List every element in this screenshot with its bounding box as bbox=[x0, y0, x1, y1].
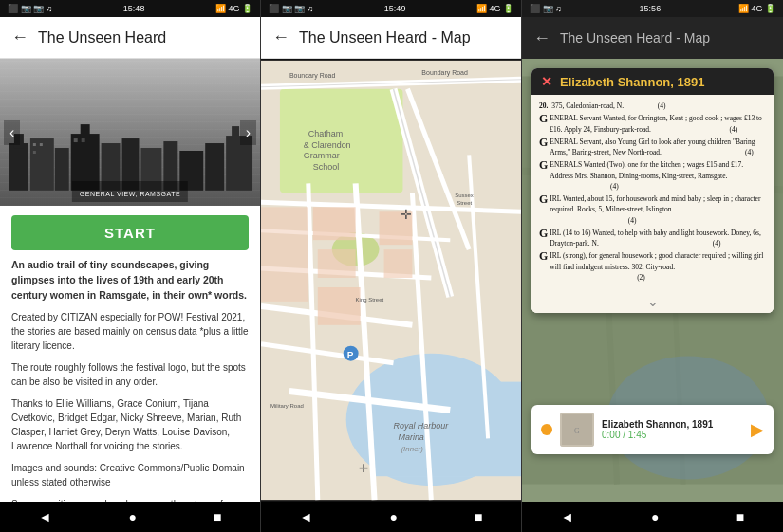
screen3-phone: ⬛ 📷 ♫ 15:56 📶 4G 🔋 ← The Unseen Heard - … bbox=[522, 0, 783, 532]
svg-text:Boundary Road: Boundary Road bbox=[421, 69, 468, 77]
nav-bar-1: ◄ ● ■ bbox=[0, 502, 260, 532]
player-thumbnail: G bbox=[560, 413, 594, 447]
status-time-3: 15:56 bbox=[640, 4, 662, 13]
expand-card-button[interactable]: ⌄ bbox=[531, 290, 774, 313]
svg-text:P: P bbox=[347, 349, 354, 359]
np-line-0: 20. 375, Caledonian-road, N. (4) bbox=[539, 101, 766, 111]
nav-square-3[interactable]: ■ bbox=[736, 509, 744, 524]
nav-back-1[interactable]: ◄ bbox=[39, 509, 52, 524]
start-button[interactable]: START bbox=[11, 215, 249, 250]
svg-text:✛: ✛ bbox=[401, 207, 412, 222]
nav-home-3[interactable]: ● bbox=[651, 509, 659, 524]
svg-rect-45 bbox=[313, 207, 356, 240]
status-bar-1: ⬛ 📷 📷 ♫ 15:48 📶 4G 🔋 bbox=[0, 0, 260, 17]
info-card: ✕ Elizabeth Shannon, 1891 20. 375, Caled… bbox=[531, 68, 774, 313]
nav-home-1[interactable]: ● bbox=[128, 509, 136, 524]
svg-text:Grammar: Grammar bbox=[304, 151, 340, 160]
city-skyline bbox=[0, 115, 260, 191]
app-bar-3: ← The Unseen Heard - Map bbox=[522, 17, 783, 59]
screen3-map[interactable]: ✕ Elizabeth Shannon, 1891 20. 375, Caled… bbox=[522, 59, 783, 502]
nav-bar-2: ◄ ● ■ bbox=[261, 502, 521, 532]
svg-rect-11 bbox=[205, 143, 224, 191]
status-icons-right-2: 📶 4G 🔋 bbox=[476, 4, 513, 13]
status-icons-left-3: ⬛ 📷 ♫ bbox=[530, 4, 562, 13]
desc-para-3: The route roughly follows the festival l… bbox=[11, 360, 249, 389]
desc-para-4: Thanks to Ellie Williams, Grace Conium, … bbox=[11, 396, 249, 453]
np-line-6: GIRL (strong), for general housework ; g… bbox=[539, 250, 766, 283]
screen1-title: The Unseen Heard bbox=[38, 29, 166, 46]
desc-para-1: An audio trail of tiny soundscapes, givi… bbox=[11, 258, 249, 303]
svg-text:Military Road: Military Road bbox=[270, 403, 304, 409]
player-dot bbox=[541, 424, 552, 435]
image-slider: GENERAL VIEW, RAMSGATE ‹ › bbox=[0, 59, 260, 206]
nav-square-1[interactable]: ■ bbox=[214, 509, 221, 524]
status-icons-left-2: ⬛ 📷 📷 ♫ bbox=[269, 4, 313, 13]
player-time: 0:00 / 1:45 bbox=[602, 430, 743, 440]
svg-rect-49 bbox=[318, 287, 361, 325]
back-button-3[interactable]: ← bbox=[533, 28, 550, 48]
svg-text:Sussex: Sussex bbox=[455, 193, 474, 198]
svg-rect-5 bbox=[81, 124, 90, 138]
screen2-title: The Unseen Heard - Map bbox=[299, 29, 471, 46]
info-card-header: ✕ Elizabeth Shannon, 1891 bbox=[531, 68, 774, 95]
screen1-phone: ⬛ 📷 📷 ♫ 15:48 📶 4G 🔋 ← The Unseen Heard bbox=[0, 0, 261, 532]
player-info: Elizabeth Shannon, 1891 0:00 / 1:45 bbox=[602, 419, 743, 440]
screen3-title: The Unseen Heard - Map bbox=[560, 30, 710, 46]
desc-para-2: Created by CITIZAN especially for POW! F… bbox=[11, 310, 249, 353]
svg-rect-0 bbox=[9, 143, 28, 191]
newspaper-content: 20. 375, Caledonian-road, N. (4) GENERAL… bbox=[531, 95, 774, 290]
player-thumb-img: G bbox=[560, 413, 594, 447]
screen1-content: GENERAL VIEW, RAMSGATE ‹ › START An audi… bbox=[0, 59, 260, 502]
status-time-1: 15:48 bbox=[123, 4, 145, 13]
np-line-4: GIRL Wanted, about 15, for housework and… bbox=[539, 193, 766, 226]
nav-back-3[interactable]: ◄ bbox=[561, 509, 574, 524]
svg-text:G: G bbox=[574, 427, 580, 435]
svg-rect-48 bbox=[384, 249, 413, 278]
svg-text:Street: Street bbox=[457, 200, 472, 206]
status-bar-2: ⬛ 📷 📷 ♫ 15:49 📶 4G 🔋 bbox=[261, 0, 521, 17]
svg-rect-17 bbox=[74, 138, 78, 142]
status-time-2: 15:49 bbox=[384, 4, 406, 13]
np-line-5: GIRL (14 to 16) Wanted, to help with bab… bbox=[539, 228, 766, 249]
map-svg: Chatham & Clarendon Grammar School Bound… bbox=[261, 59, 521, 502]
play-button[interactable]: ▶ bbox=[751, 419, 764, 440]
svg-text:Royal Harbour: Royal Harbour bbox=[393, 421, 449, 431]
back-button-2[interactable]: ← bbox=[272, 28, 289, 47]
screen2-phone: ⬛ 📷 📷 ♫ 15:49 📶 4G 🔋 ← The Unseen Heard … bbox=[261, 0, 522, 532]
slider-prev[interactable]: ‹ bbox=[4, 120, 20, 145]
svg-rect-46 bbox=[318, 249, 356, 278]
nav-home-2[interactable]: ● bbox=[389, 509, 397, 524]
svg-rect-13 bbox=[232, 126, 239, 138]
slider-next[interactable]: › bbox=[240, 120, 256, 145]
description-section: An audio trail of tiny soundscapes, givi… bbox=[0, 258, 260, 502]
svg-text:King Street: King Street bbox=[356, 297, 384, 303]
svg-rect-3 bbox=[55, 148, 69, 191]
status-icons-right-3: 📶 4G 🔋 bbox=[738, 4, 775, 13]
nav-square-2[interactable]: ■ bbox=[475, 509, 482, 524]
slider-caption: GENERAL VIEW, RAMSGATE bbox=[72, 181, 188, 202]
svg-text:✛: ✛ bbox=[359, 462, 368, 475]
status-icons-left: ⬛ 📷 📷 ♫ bbox=[8, 4, 52, 13]
info-card-body: 20. 375, Caledonian-road, N. (4) GENERAL… bbox=[531, 95, 774, 313]
nav-back-2[interactable]: ◄ bbox=[300, 509, 313, 524]
back-button-1[interactable]: ← bbox=[11, 28, 28, 47]
nav-bar-3: ◄ ● ■ bbox=[522, 502, 783, 532]
svg-text:Marina: Marina bbox=[398, 432, 423, 442]
svg-rect-2 bbox=[30, 138, 54, 191]
info-card-title: Elizabeth Shannon, 1891 bbox=[560, 75, 704, 89]
svg-rect-50 bbox=[261, 207, 308, 302]
app-bar-1: ← The Unseen Heard bbox=[0, 17, 260, 59]
svg-rect-18 bbox=[82, 138, 85, 142]
svg-text:Chatham: Chatham bbox=[308, 129, 343, 138]
np-line-3: GENERALS Wanted (Two), one for the kitch… bbox=[539, 159, 766, 192]
map-container[interactable]: Chatham & Clarendon Grammar School Bound… bbox=[261, 59, 521, 502]
np-line-2: GENERAL Servant, also Young Girl to look… bbox=[539, 137, 766, 158]
svg-rect-14 bbox=[33, 143, 36, 146]
desc-para-5: Images and sounds: Creative Commons/Publ… bbox=[11, 461, 249, 489]
player-name: Elizabeth Shannon, 1891 bbox=[602, 419, 743, 430]
svg-rect-15 bbox=[40, 143, 43, 146]
info-card-close-button[interactable]: ✕ bbox=[541, 74, 552, 89]
svg-text:& Clarendon: & Clarendon bbox=[304, 140, 351, 150]
status-bar-3: ⬛ 📷 ♫ 15:56 📶 4G 🔋 bbox=[522, 0, 783, 17]
app-bar-2: ← The Unseen Heard - Map bbox=[261, 17, 521, 59]
